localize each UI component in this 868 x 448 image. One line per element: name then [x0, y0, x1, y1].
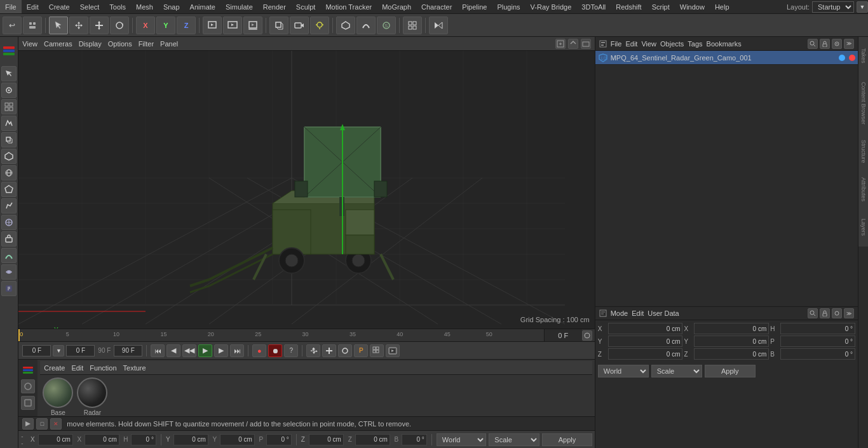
play-reverse-btn[interactable]: ◀◀: [182, 344, 196, 357]
scale-tool-btn[interactable]: [90, 17, 109, 34]
scale-select[interactable]: Scale Uniform Scale: [489, 433, 539, 446]
left-tool-11[interactable]: [1, 248, 17, 263]
coord-b-input[interactable]: [402, 434, 427, 445]
viewport-canvas[interactable]: Perspective: [18, 51, 594, 329]
left-tool-1[interactable]: [1, 83, 17, 98]
next-frame-btn[interactable]: ▶: [214, 344, 228, 357]
autokey-btn[interactable]: ⏺: [268, 344, 282, 357]
obj-more-btn[interactable]: ≫: [844, 39, 854, 49]
menu-script[interactable]: Script: [647, 0, 675, 13]
coord-z2-input[interactable]: [355, 434, 390, 445]
apply-button[interactable]: Apply: [542, 433, 592, 446]
help-btn[interactable]: ?: [284, 344, 298, 357]
x-axis-btn[interactable]: X: [136, 17, 155, 34]
viewport-view-menu[interactable]: View: [22, 40, 37, 48]
coord-p-input[interactable]: [266, 434, 292, 445]
object-row-0[interactable]: L0 MPQ_64_Sentinel_Radar_Green_Camo_001: [595, 51, 858, 65]
viewport-icon-0[interactable]: [555, 39, 566, 49]
viewport-options-menu[interactable]: Options: [108, 40, 132, 48]
attr-search-btn[interactable]: [808, 308, 818, 318]
attr-world-select[interactable]: World Object: [598, 365, 649, 377]
left-tool-8[interactable]: [1, 198, 17, 214]
first-frame-btn[interactable]: ⏮: [151, 344, 165, 357]
left-tool-5[interactable]: [1, 149, 17, 164]
menu-edit[interactable]: Edit: [22, 0, 44, 13]
coord-y2-input[interactable]: [220, 434, 255, 445]
menu-sculpt[interactable]: Sculpt: [291, 0, 321, 13]
left-tool-4[interactable]: [1, 132, 17, 147]
attr-more-btn[interactable]: ≫: [844, 308, 854, 318]
left-tool-13[interactable]: [1, 281, 17, 296]
obj-file-menu[interactable]: File: [611, 40, 622, 48]
z-axis-btn[interactable]: Z: [177, 17, 196, 34]
polygon-mode-btn[interactable]: [336, 17, 355, 34]
grid-mode-btn[interactable]: [370, 344, 384, 357]
material-radar[interactable]: Radar: [77, 377, 107, 416]
menu-simulate[interactable]: Simulate: [220, 0, 258, 13]
layout-dropdown[interactable]: Startup: [812, 1, 854, 13]
tab-takes[interactable]: Takes: [858, 37, 868, 75]
left-tool-7[interactable]: [1, 182, 17, 197]
menu-redshift[interactable]: Redshift: [611, 0, 646, 13]
coord-h-input[interactable]: [131, 434, 156, 445]
frame-down-btn[interactable]: ▼: [53, 345, 64, 356]
status-icon-1[interactable]: □: [36, 418, 48, 430]
obj-objects-menu[interactable]: Objects: [660, 40, 684, 48]
attr-h-input[interactable]: [780, 323, 855, 334]
viewport-icon-1[interactable]: [568, 39, 578, 49]
attr-apply-button[interactable]: Apply: [705, 365, 756, 377]
left-tool-0[interactable]: [1, 66, 17, 81]
obj-edit-menu[interactable]: Edit: [625, 40, 637, 48]
menu-window[interactable]: Window: [675, 0, 710, 13]
mat-texture-menu[interactable]: Texture: [123, 364, 146, 372]
menu-render[interactable]: Render: [258, 0, 291, 13]
menu-create[interactable]: Create: [44, 0, 75, 13]
menu-file[interactable]: File: [0, 0, 22, 13]
tab-content-browser[interactable]: Content Browser: [858, 75, 868, 132]
attr-lock-btn[interactable]: [820, 308, 830, 318]
attr-settings-btn[interactable]: [832, 308, 842, 318]
obj-settings-btn[interactable]: [832, 39, 842, 49]
camera-btn[interactable]: [290, 17, 309, 34]
menu-animate[interactable]: Animate: [185, 0, 220, 13]
left-tool-6[interactable]: [1, 165, 17, 180]
menu-select[interactable]: Select: [75, 0, 105, 13]
timeline-settings-btn[interactable]: [582, 330, 592, 341]
status-icon-2[interactable]: ✕: [50, 418, 62, 430]
attr-userdata-menu[interactable]: User Data: [648, 309, 679, 317]
menu-mesh[interactable]: Mesh: [131, 0, 158, 13]
coord-y-input[interactable]: [173, 434, 208, 445]
last-frame-btn[interactable]: ⏭: [230, 344, 244, 357]
menu-mograph[interactable]: MoGraph: [377, 0, 416, 13]
left-tool-12[interactable]: [1, 264, 17, 280]
mat-edit-menu[interactable]: Edit: [71, 364, 83, 372]
status-icon-0[interactable]: [22, 418, 34, 430]
tab-layers[interactable]: Layers: [858, 208, 868, 247]
expand-btn[interactable]: ▼: [857, 1, 868, 13]
obj-view-menu[interactable]: View: [641, 40, 656, 48]
param-mode-btn[interactable]: P: [354, 344, 368, 357]
tab-structure[interactable]: Structure: [858, 132, 868, 170]
material-base[interactable]: Base: [43, 377, 73, 416]
y-axis-btn[interactable]: Y: [156, 17, 175, 34]
obj-lock-btn[interactable]: [820, 39, 830, 49]
cube-btn[interactable]: [269, 17, 288, 34]
attr-y-rot-input[interactable]: [694, 336, 769, 347]
attr-scale-select[interactable]: Scale: [651, 365, 702, 377]
mat-create-menu[interactable]: Create: [44, 364, 65, 372]
bend-btn[interactable]: [356, 17, 376, 34]
viewport-filter-menu[interactable]: Filter: [139, 40, 154, 48]
scale-mode-btn[interactable]: [322, 344, 336, 357]
attr-edit-menu[interactable]: Edit: [632, 309, 644, 317]
menu-help[interactable]: Help: [710, 0, 735, 13]
left-tool-3[interactable]: [1, 116, 17, 131]
obj-bookmarks-menu[interactable]: Bookmarks: [707, 40, 742, 48]
prev-frame-btn[interactable]: ◀: [166, 344, 180, 357]
menu-character[interactable]: Character: [416, 0, 457, 13]
mat-icon-0[interactable]: [21, 379, 35, 393]
undo-btn[interactable]: ↩: [3, 17, 22, 34]
menu-tools[interactable]: Tools: [104, 0, 131, 13]
attr-x-pos-input[interactable]: [608, 323, 683, 334]
left-tool-9[interactable]: [1, 215, 17, 230]
menu-snap[interactable]: Snap: [158, 0, 185, 13]
